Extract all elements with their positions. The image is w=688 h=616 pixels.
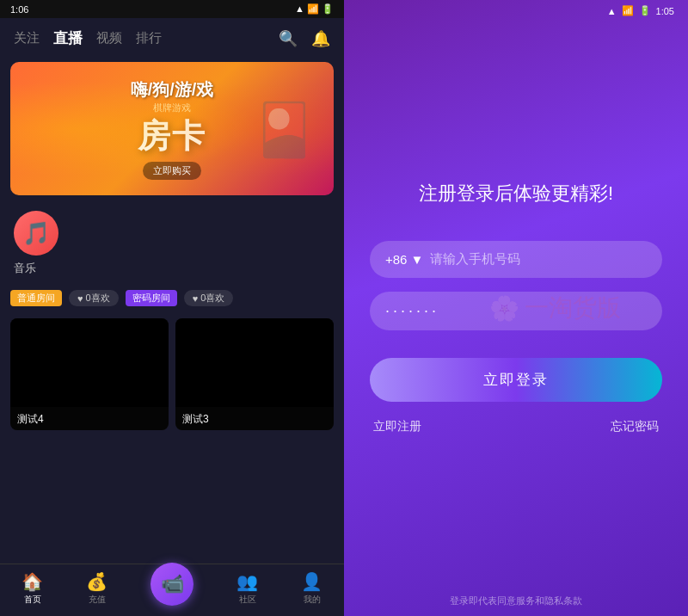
left-status-icons: ▲ 📶 🔋 — [295, 3, 334, 15]
right-content: 注册登录后体验更精彩! +86 ▼ 请输入手机号码 ······· 立即登录 立… — [344, 20, 688, 586]
profile-label: 我的 — [304, 594, 321, 606]
music-icon: 🎵 — [22, 220, 50, 247]
country-code-value: +86 — [385, 252, 407, 267]
banner-main-text: 房卡 — [131, 114, 214, 158]
right-panel: ▲ 📶 🔋 1:05 注册登录后体验更精彩! +86 ▼ 请输入手机号码 ···… — [344, 0, 688, 616]
heart-icon-2: ♥ — [193, 293, 199, 304]
recharge-icon: 💰 — [86, 571, 108, 592]
login-button[interactable]: 立即登录 — [370, 358, 662, 402]
room-filters: 普通房间 ♥ 0喜欢 密码房间 ♥ 0喜欢 — [0, 285, 344, 311]
phone-placeholder-text: 请输入手机号码 — [430, 251, 647, 268]
login-links: 立即注册 忘记密码 — [370, 419, 662, 434]
bell-icon[interactable]: 🔔 — [311, 29, 330, 48]
nav-item-recharge[interactable]: 💰 充值 — [86, 571, 108, 606]
phone-input-group: +86 ▼ 请输入手机号码 — [370, 241, 662, 278]
category-section: 🎵 音乐 — [0, 202, 344, 285]
login-title: 注册登录后体验更精彩! — [370, 181, 662, 206]
video-icon: 📹 — [161, 573, 184, 595]
recharge-label: 充值 — [89, 594, 106, 606]
profile-icon: 👤 — [301, 571, 322, 592]
left-panel: 1:06 ▲ 📶 🔋 关注 直播 视频 排行 🔍 🔔 嗨/狗/游/戏 棋牌游戏 … — [0, 0, 344, 616]
top-icons: 🔍 🔔 — [279, 29, 330, 48]
music-category-icon[interactable]: 🎵 — [14, 211, 58, 256]
category-label: 音乐 — [14, 261, 36, 276]
room-card-1[interactable]: 测试4 — [10, 318, 169, 430]
like-badge-1: ♥ 0喜欢 — [69, 290, 119, 306]
room-info-2: 测试3 — [175, 407, 334, 430]
register-link[interactable]: 立即注册 — [373, 419, 421, 434]
center-live-btn[interactable]: 📹 — [150, 563, 194, 606]
forgot-password-link[interactable]: 忘记密码 — [611, 419, 659, 434]
bottom-nav: 🏠 首页 💰 充值 📹 👥 社区 👤 我的 — [0, 564, 344, 616]
right-footer: 登录即代表同意服务和隐私条款 — [344, 586, 688, 616]
room-thumb-2 — [175, 318, 334, 407]
right-status-bar: ▲ 📶 🔋 1:05 — [344, 0, 688, 20]
like-badge-2: ♥ 0喜欢 — [184, 290, 234, 306]
password-dots: ······· — [385, 302, 439, 319]
search-icon[interactable]: 🔍 — [279, 29, 298, 48]
banner-area[interactable]: 嗨/狗/游/戏 棋牌游戏 房卡 立即购买 🎴 — [10, 62, 334, 195]
tag-password-room[interactable]: 密码房间 — [126, 290, 177, 306]
right-battery-icon: 🔋 — [639, 5, 651, 16]
terms-text: 登录即代表同意服务和隐私条款 — [450, 595, 582, 606]
banner-btn[interactable]: 立即购买 — [143, 162, 201, 180]
tag-normal-room[interactable]: 普通房间 — [10, 290, 62, 306]
home-label: 首页 — [24, 594, 41, 606]
password-row[interactable]: ······· — [370, 292, 662, 330]
nav-item-home[interactable]: 🏠 首页 — [22, 571, 43, 606]
tab-guanzhu[interactable]: 关注 — [14, 30, 40, 46]
banner-content: 嗨/狗/游/戏 棋牌游戏 房卡 立即购买 — [131, 78, 214, 180]
password-input-group: ······· — [370, 292, 662, 330]
tab-video[interactable]: 视频 — [96, 30, 122, 46]
community-icon: 👥 — [236, 571, 258, 592]
dropdown-arrow-icon: ▼ — [410, 252, 423, 267]
nav-item-live[interactable]: 📹 — [150, 571, 194, 606]
room-grid: 测试4 测试3 — [0, 311, 344, 564]
room-thumb-1 — [10, 318, 169, 407]
banner-title: 嗨/狗/游/戏 — [131, 78, 214, 102]
nav-tabs: 关注 直播 视频 排行 — [14, 28, 279, 48]
nav-item-community[interactable]: 👥 社区 — [236, 571, 258, 606]
nav-item-profile[interactable]: 👤 我的 — [301, 571, 322, 606]
tab-zhibo[interactable]: 直播 — [53, 28, 83, 48]
banner-subtitle: 棋牌游戏 — [131, 102, 214, 114]
status-bar-left: 1:06 ▲ 📶 🔋 — [0, 0, 344, 18]
phone-input-row[interactable]: +86 ▼ 请输入手机号码 — [370, 241, 662, 278]
right-time: 1:05 — [656, 6, 674, 16]
card-icon: 🎴 — [252, 98, 316, 159]
tab-ranking[interactable]: 排行 — [136, 30, 162, 46]
heart-icon-1: ♥ — [77, 293, 83, 304]
top-bar: 关注 直播 视频 排行 🔍 🔔 — [0, 18, 344, 55]
left-time: 1:06 — [10, 4, 28, 15]
home-icon: 🏠 — [22, 571, 43, 592]
room-name-1: 测试4 — [17, 413, 44, 425]
community-label: 社区 — [239, 594, 256, 606]
room-info-1: 测试4 — [10, 407, 169, 430]
room-name-2: 测试3 — [182, 413, 209, 425]
right-signal-icon: 📶 — [622, 5, 634, 16]
room-card-2[interactable]: 测试3 — [175, 318, 334, 430]
right-wifi-icon: ▲ — [607, 6, 617, 16]
country-code[interactable]: +86 ▼ — [385, 252, 423, 267]
